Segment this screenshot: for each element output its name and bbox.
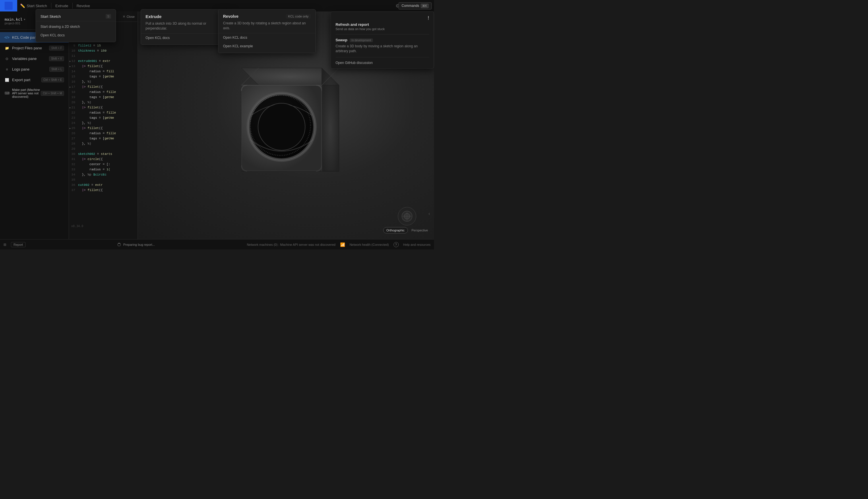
project-files-label: Project Files pane [12, 46, 42, 50]
right-panel: ! Refresh and report Send us data on how… [331, 11, 434, 69]
logs-left: ≡ Logs pane [4, 67, 29, 72]
code-line-35: 35 [69, 178, 138, 183]
variables-label: Variables pane [12, 57, 37, 61]
extrude-title: Extrude [145, 14, 162, 19]
make-part-label: Make part (Machine API server was not di… [12, 88, 41, 98]
start-sketch-label: Start Sketch [27, 4, 47, 8]
sweep-title: Sweep [335, 38, 347, 42]
project-files-shortcut: Shift + F [49, 46, 64, 50]
make-part-shortcut: Ctrl + Shift + M [41, 91, 64, 96]
kcl-code-left: </> KCL Code pane [4, 35, 38, 40]
project-files-left: 📁 Project Files pane [4, 46, 42, 50]
3d-model [207, 51, 350, 200]
status-left: ⊞ Report [3, 242, 25, 247]
svg-point-10 [259, 104, 305, 150]
toolbar-separator-1 [51, 3, 51, 9]
revolve-label: Revolve [76, 4, 90, 8]
refresh-title: Refresh and report [335, 22, 429, 27]
code-line-13: 13 |> fillet({ [69, 64, 138, 70]
code-line-28: 28 }, %) [69, 142, 138, 147]
code-panel-close[interactable]: ✕ Close [122, 15, 135, 19]
perspective-button[interactable]: Perspective [408, 227, 431, 233]
status-bar: ⊞ Report Preparing bug report... Network… [0, 239, 434, 250]
revolve-kcl-only: KCL code only [286, 14, 311, 19]
code-line-12: 12 extrude001 = extr [69, 59, 138, 64]
revolve-header: Revolve KCL code only [218, 12, 316, 20]
adjust-icon[interactable]: ⊞ [3, 243, 6, 247]
toolbar-separator-2 [72, 3, 73, 9]
export-shortcut: Ctrl + Shift + E [41, 77, 64, 82]
revolve-kcl-example-link[interactable]: Open KCL example [218, 42, 316, 50]
code-line-36: 36 cut002 = extr [69, 183, 138, 188]
make-part-left: ⌨ Make part (Machine API server was not … [4, 88, 41, 98]
exclamation-mark: ! [335, 15, 429, 21]
start-sketch-item-1[interactable]: Start drawing a 2D sketch [36, 22, 116, 31]
code-line-23: 23 tags = [getNe [69, 116, 138, 121]
top-right-area: Commands ⌘K [399, 0, 434, 11]
code-line-21: 21 |> fillet({ [69, 106, 138, 111]
code-line-10: 10 thickness = 150 [69, 49, 138, 54]
sweep-badge: In development [349, 38, 372, 42]
logs-label: Logs pane [12, 67, 29, 71]
code-line-26: 26 radius = fille [69, 131, 138, 136]
make-icon: ⌨ [4, 91, 9, 96]
code-line-31: 31 |> circle({ [69, 157, 138, 162]
revolve-kcl-docs-link[interactable]: Open KCL docs [218, 33, 316, 42]
app-logo[interactable] [0, 0, 17, 11]
code-line-15: 15 tags = [getNe [69, 75, 138, 80]
sweep-title-row: Sweep In development [335, 38, 429, 43]
code-icon: </> [4, 35, 9, 40]
sidebar: main.kcl ▾ project-001 </> KCL Code pane… [0, 11, 69, 239]
filename-chevron[interactable]: ▾ [24, 18, 25, 21]
sidebar-item-make-part[interactable]: ⌨ Make part (Machine API server was not … [0, 85, 69, 101]
code-line-17: 17 |> fillet({ [69, 85, 138, 90]
help-resources-label: Help and resources [403, 243, 430, 246]
code-line-11: 11 [69, 54, 138, 59]
pencil-icon: ✏️ [20, 3, 25, 8]
commands-button[interactable]: Commands ⌘K [399, 2, 432, 10]
export-icon: ⬜ [4, 78, 9, 82]
commands-shortcut-badge: ⌘K [421, 4, 429, 8]
filename: main.kcl [4, 17, 23, 22]
start-sketch-dropdown-title: Start Sketch [40, 14, 61, 19]
help-button[interactable]: ? [393, 242, 399, 247]
wifi-icon: 📶 [340, 242, 345, 247]
logs-icon: ≡ [4, 67, 9, 72]
code-line-29: 29 [69, 147, 138, 152]
code-line-20: 20 }, %) [69, 100, 138, 106]
perspective-label: Perspective [412, 229, 428, 232]
github-discussion-link[interactable]: Open GitHub discussion [335, 61, 429, 65]
code-panel: </> KCL Code ··· ✕ Close 5 |> lineTo([0,… [69, 11, 138, 239]
export-label: Export part [12, 78, 31, 82]
close-label: Close [127, 15, 135, 19]
sidebar-item-logs[interactable]: ≡ Logs pane Shift + L [0, 64, 69, 75]
code-line-19: 19 tags = [getNe [69, 95, 138, 100]
status-right: Network machines (0) : Machine API serve… [247, 242, 430, 247]
viewport-nav: Orthographic Perspective [383, 207, 431, 233]
variables-icon: ⊙ [4, 57, 9, 61]
code-content[interactable]: 5 |> lineTo([0, 0 6 |> close(%, $ed 7 8 … [69, 22, 138, 239]
code-line-22: 22 radius = fille [69, 111, 138, 116]
code-line-25: 25 |> fillet({ [69, 126, 138, 131]
nav-cube[interactable] [398, 207, 416, 226]
code-line-30: 30 sketch002 = starts [69, 152, 138, 157]
logo-inner [4, 2, 13, 10]
folder-icon: 📁 [4, 46, 9, 50]
orthographic-button[interactable]: Orthographic [383, 227, 408, 233]
close-x-icon: ✕ [122, 15, 126, 19]
start-sketch-item-2[interactable]: Open KCL docs [36, 31, 116, 39]
version-text: v0.34.0 [71, 224, 83, 228]
sidebar-item-variables[interactable]: ⊙ Variables pane Shift + V [0, 53, 69, 64]
status-center: Preparing bug report... [117, 243, 155, 246]
refresh-section: Refresh and report Send us data on how y… [335, 22, 429, 34]
kcl-code-label: KCL Code pane [12, 35, 38, 39]
report-button[interactable]: Report [11, 242, 25, 247]
code-line-27: 27 tags = [getNe [69, 136, 138, 142]
code-line-33: 33 radius = 1( [69, 168, 138, 173]
revolve-title: Revolve [223, 14, 239, 19]
code-line-32: 32 center = [: [69, 162, 138, 168]
loading-spinner [117, 243, 121, 246]
sidebar-item-project-files[interactable]: 📁 Project Files pane Shift + F [0, 43, 69, 53]
sidebar-item-export[interactable]: ⬜ Export part Ctrl + Shift + E [0, 75, 69, 85]
code-line-9: 9 fillet2 = 15 [69, 44, 138, 49]
